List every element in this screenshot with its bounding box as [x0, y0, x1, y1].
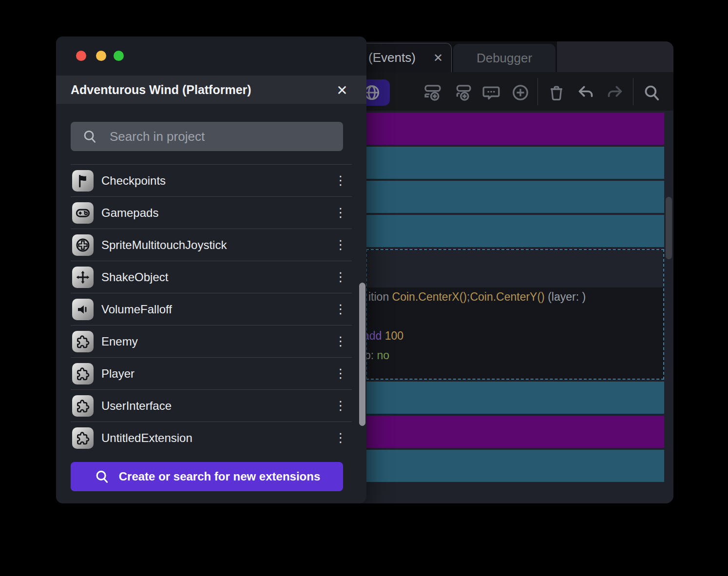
toolbar-separator: [537, 78, 538, 105]
event-row-purple[interactable]: [366, 416, 664, 448]
event-action-text: add 100: [363, 328, 403, 343]
project-extensions-dialog: Adventurous Wind (Platformer) ✕ Checkpoi…: [56, 37, 366, 503]
list-item-untitledextension[interactable]: UntitledExtension ⋮: [71, 422, 352, 454]
speaker-icon: [72, 299, 94, 320]
search-input[interactable]: [109, 129, 337, 145]
list-item-volumefalloff[interactable]: VolumeFalloff ⋮: [71, 293, 352, 325]
kebab-menu-icon[interactable]: ⋮: [333, 300, 348, 319]
delete-icon[interactable]: [547, 83, 566, 102]
list-item-player[interactable]: Player ⋮: [71, 357, 352, 389]
kebab-menu-icon[interactable]: ⋮: [333, 396, 348, 416]
close-icon[interactable]: ✕: [333, 81, 351, 99]
kebab-menu-icon[interactable]: ⋮: [333, 428, 348, 448]
tab-debugger-label: Debugger: [477, 51, 532, 66]
list-item-label: Gamepads: [101, 206, 158, 220]
dialog-scrollbar-thumb[interactable]: [359, 283, 365, 426]
list-item-shakeobject[interactable]: ShakeObject ⋮: [71, 261, 352, 293]
joystick-icon: [72, 234, 94, 256]
dialog-header: Adventurous Wind (Platformer) ✕: [56, 76, 366, 104]
puzzle-icon: [72, 331, 94, 352]
list-item-spritemultitouchjoystick[interactable]: SpriteMultitouchJoystick ⋮: [71, 229, 352, 261]
event-action-text: ition Coin.CenterX();Coin.CenterY() (lay…: [368, 289, 586, 304]
event-row-teal[interactable]: [366, 181, 664, 213]
add-subevent-icon[interactable]: [453, 83, 473, 102]
kebab-menu-icon[interactable]: ⋮: [333, 203, 348, 223]
dialog-titlebar: [56, 37, 366, 76]
event-row-teal[interactable]: [366, 147, 664, 179]
choose-event-icon[interactable]: [511, 83, 530, 102]
list-item-label: Player: [101, 367, 134, 381]
tab-events-label: (Events): [368, 50, 416, 65]
list-item-enemy[interactable]: Enemy ⋮: [71, 325, 352, 357]
list-item-label: ShakeObject: [101, 270, 168, 284]
list-item-label: VolumeFalloff: [101, 303, 172, 316]
search-box: [71, 122, 343, 151]
traffic-minimize-button[interactable]: [96, 51, 106, 61]
tab-close-icon[interactable]: ✕: [430, 50, 446, 66]
create-extension-button-label: Create or search for new extensions: [119, 470, 320, 483]
event-action-text: p: no: [364, 348, 389, 363]
list-item-label: UserInterface: [101, 399, 172, 413]
list-item-gamepads[interactable]: Gamepads ⋮: [71, 196, 352, 229]
search-events-icon[interactable]: [642, 83, 661, 102]
puzzle-icon: [72, 363, 94, 384]
event-row-teal[interactable]: [366, 215, 664, 247]
event-row-purple[interactable]: [366, 113, 664, 145]
kebab-menu-icon[interactable]: ⋮: [333, 171, 348, 191]
window-controls-section: [557, 41, 673, 72]
event-rows-top: [366, 113, 664, 247]
selected-event-conditions: [367, 250, 663, 288]
event-row-teal[interactable]: [366, 450, 664, 482]
kebab-menu-icon[interactable]: ⋮: [333, 235, 348, 255]
kebab-menu-icon[interactable]: ⋮: [333, 364, 348, 384]
add-event-icon[interactable]: [423, 83, 442, 102]
traffic-close-button[interactable]: [76, 51, 86, 61]
kebab-menu-icon[interactable]: ⋮: [333, 268, 348, 287]
tab-debugger[interactable]: Debugger: [453, 44, 556, 72]
list-item-userinterface[interactable]: UserInterface ⋮: [71, 389, 352, 422]
event-row-teal[interactable]: [366, 382, 664, 414]
traffic-zoom-button[interactable]: [114, 51, 124, 61]
list-item-label: SpriteMultitouchJoystick: [101, 238, 227, 252]
puzzle-icon: [72, 427, 94, 449]
list-item-label: UntitledExtension: [101, 431, 192, 445]
add-comment-icon[interactable]: [481, 83, 501, 102]
event-rows-bottom: [366, 382, 664, 482]
kebab-menu-icon[interactable]: ⋮: [333, 332, 348, 351]
create-extension-button[interactable]: Create or search for new extensions: [71, 462, 343, 491]
puzzle-icon: [72, 395, 94, 417]
selected-event-block[interactable]: ition Coin.CenterX();Coin.CenterY() (lay…: [366, 249, 664, 380]
undo-icon[interactable]: [576, 83, 595, 102]
gamepad-icon: [72, 202, 94, 224]
flag-icon: [72, 170, 94, 192]
events-scrollbar-thumb[interactable]: [666, 197, 672, 259]
list-item-checkpoints[interactable]: Checkpoints ⋮: [71, 164, 352, 196]
list-item-label: Checkpoints: [101, 174, 166, 188]
search-icon: [81, 128, 98, 145]
list-item-label: Enemy: [101, 335, 138, 348]
search-icon: [94, 468, 110, 485]
dialog-title: Adventurous Wind (Platformer): [71, 83, 251, 97]
toolbar-separator: [633, 78, 633, 105]
extensions-list: Checkpoints ⋮ Gamepads ⋮ SpriteMultitouc…: [71, 164, 352, 454]
redo-icon[interactable]: [605, 83, 625, 102]
move-icon: [72, 267, 94, 288]
